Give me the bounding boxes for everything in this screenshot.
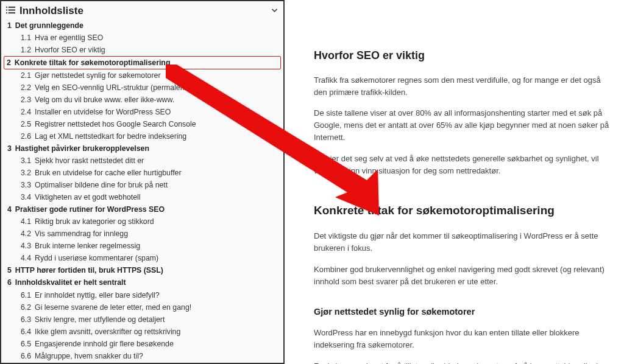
toc-item-number: 4.4 [21,253,31,264]
toc-item-number: 2.4 [21,107,31,118]
chevron-down-icon[interactable] [271,5,278,16]
toc-item[interactable]: 6.5Engasjerende innhold gir flere besøke… [6,338,278,350]
toc-item-number: 2.1 [21,70,31,82]
toc-item-number: 6.2 [21,302,31,313]
toc-item-label: Konkrete tiltak for søkemotoroptimaliser… [15,57,171,69]
toc-item-label: Hvorfor SEO er viktig [35,44,105,56]
paragraph: Trafikk fra søkemotorer regnes som den m… [314,74,615,99]
toc-item-number: 5 [7,265,12,276]
toc-item[interactable]: 4.1Riktig bruk av kategorier og stikkord [6,216,278,228]
toc-item-label: Vis sammendrag for innlegg [35,228,128,240]
toc-item[interactable]: 2Konkrete tiltak for søkemotoroptimalise… [4,56,281,69]
toc-item[interactable]: 4.2Vis sammendrag for innlegg [6,228,278,240]
toc-item-label: Registrer nettstedet hos Google Search C… [35,119,196,130]
toc-item-number: 6 [7,277,12,289]
toc-item-label: Ikke glem avsnitt, overskrifter og retts… [35,326,180,338]
svg-rect-4 [6,12,7,13]
toc-item-number: 1.2 [21,44,31,56]
toc-item-label: Sjekk hvor raskt nettstedet ditt er [35,155,144,167]
paragraph: Kombiner god brukervennlighet og enkel n… [314,264,615,288]
svg-rect-5 [9,12,15,13]
paragraph: Da sier det seg selv at ved å øke nettst… [314,153,615,177]
toc-item-number: 4.2 [21,228,31,240]
toc-item-label: Viktigheten av et godt webhotell [35,192,140,203]
heading-why: Hvorfor SEO er viktig [314,47,615,65]
toc-item[interactable]: 2.4Installer en utvidelse for WordPress … [6,106,278,118]
toc-item-label: Det grunnleggende [15,20,83,32]
toc-item-number: 3 [7,143,12,155]
toc-title: Innholdsliste [20,5,83,17]
toc-item-label: Installer en utvidelse for WordPress SEO [35,107,171,118]
svg-rect-3 [9,9,15,10]
toc-item-label: Bruk en utvidelse for cache eller hurtig… [35,167,181,179]
toc-item[interactable]: 2.1Gjør nettstedet synlig for søkemotore… [6,69,278,82]
toc-item-label: Er innholdet nyttig, eller bare sidefyll… [35,290,159,301]
toc-item-label: Skriv lengre, mer utfyllende og detaljer… [35,314,165,326]
toc-item-number: 2.5 [21,119,31,130]
toc-item[interactable]: 4Praktiser gode rutiner for WordPress SE… [6,204,278,216]
toc-item[interactable]: 4.3Bruk interne lenker regelmessig [6,240,278,253]
toc-item-label: Velg en SEO-vennlig URL-struktur (permal… [35,82,197,94]
toc-item-number: 3.2 [21,167,31,179]
toc-item[interactable]: 6.3Skriv lengre, mer utfyllende og detal… [6,313,278,326]
toc-item-number: 6.3 [21,314,31,326]
toc-item-number: 2.3 [21,94,31,106]
svg-rect-0 [6,6,7,7]
toc-item-label: Engasjerende innhold gir flere besøkende [35,338,174,350]
toc-item-label: Riktig bruk av kategorier og stikkord [35,216,154,228]
toc-item[interactable]: 1.2Hvorfor SEO er viktig [6,44,278,56]
toc-item[interactable]: 3.2Bruk en utvidelse for cache eller hur… [6,167,278,180]
paragraph: De siste tallene viser at over 80% av al… [314,107,615,144]
toc-item-number: 6.6 [21,351,31,362]
toc-item-label: Hva er egentlig SEO [35,32,103,44]
toc-item[interactable]: 2.2Velg en SEO-vennlig URL-struktur (per… [6,82,278,94]
toc-item-label: Praktiser gode rutiner for WordPress SEO [15,204,165,215]
list-icon [6,5,15,17]
toc-item[interactable]: 6.4Ikke glem avsnitt, overskrifter og re… [6,326,278,338]
toc-item-number: 3.3 [21,180,31,191]
toc-item[interactable]: 4.4Rydd i useriøse kommentarer (spam) [6,253,278,265]
heading-synlig: Gjør nettstedet synlig for søkemotorer [314,305,615,318]
toc-item[interactable]: 3Hastighet påvirker brukeropplevelsen [6,142,278,155]
toc-item[interactable]: 2.6Lag et XML nettstedkart for bedre ind… [6,130,278,142]
toc-item[interactable]: 1.1Hva er egentlig SEO [6,32,278,44]
toc-header[interactable]: Innholdsliste [6,5,278,18]
svg-rect-1 [9,6,15,7]
table-of-contents: Innholdsliste 1Det grunnleggende1.1Hva e… [0,0,285,364]
toc-item-number: 1.1 [21,32,31,44]
toc-item-label: Gjør nettstedet synlig for søkemotorer [35,70,160,82]
toc-item[interactable]: 3.3Optimaliser bildene dine for bruk på … [6,180,278,192]
article-body: Hvorfor SEO er viktig Trafikk fra søkemo… [285,0,624,364]
toc-item-number: 2 [7,57,11,69]
paragraph: Det viktigste du gjør når det kommer til… [314,230,615,254]
toc-item[interactable]: 3.4Viktigheten av et godt webhotell [6,192,278,204]
toc-item[interactable]: 5HTTP hører fortiden til, bruk HTTPS (SS… [6,265,278,277]
toc-item[interactable]: 3.1Sjekk hvor raskt nettstedet ditt er [6,155,278,167]
toc-item-number: 6.5 [21,338,31,350]
toc-item[interactable]: 6.6Målgruppe, hvem snakker du til? [6,350,278,362]
toc-item-number: 4.1 [21,216,31,228]
toc-list: 1Det grunnleggende1.1Hva er egentlig SEO… [6,19,278,362]
toc-item-label: Lag et XML nettstedkart for bedre indeks… [35,131,186,142]
toc-item-number: 6.4 [21,326,31,338]
toc-item[interactable]: 2.5Registrer nettstedet hos Google Searc… [6,118,278,130]
toc-item-number: 3.1 [21,155,31,167]
toc-item[interactable]: 6Innholdskvalitet er helt sentralt [6,277,278,289]
toc-item-label: HTTP hører fortiden til, bruk HTTPS (SSL… [15,265,163,276]
toc-item-number: 4.3 [21,240,31,252]
toc-item-label: Innholdskvalitet er helt sentralt [15,277,126,289]
toc-item-label: Gi leserne svarene de leter etter, med e… [35,302,191,313]
heading-tiltak: Konkrete tiltak for søkemotoroptimaliser… [314,201,615,219]
toc-item-number: 2.6 [21,131,31,142]
toc-item[interactable]: 2.3Velg om du vil bruke www. eller ikke-… [6,94,278,106]
toc-item-number: 3.4 [21,192,31,203]
toc-item-label: Hastighet påvirker brukeropplevelsen [15,143,149,155]
toc-item[interactable]: 6.2Gi leserne svarene de leter etter, me… [6,301,278,313]
toc-item-label: Bruk interne lenker regelmessig [35,240,140,252]
paragraph: WordPress har en innebygd funksjon hvor … [314,327,615,351]
toc-item[interactable]: 1Det grunnleggende [6,19,278,32]
toc-item-number: 6.1 [21,290,31,301]
toc-item[interactable]: 6.1Er innholdet nyttig, eller bare sidef… [6,289,278,301]
paragraph: Funksjonen er laget for å tillate, eller… [314,360,615,364]
toc-item-label: Rydd i useriøse kommentarer (spam) [35,253,158,264]
